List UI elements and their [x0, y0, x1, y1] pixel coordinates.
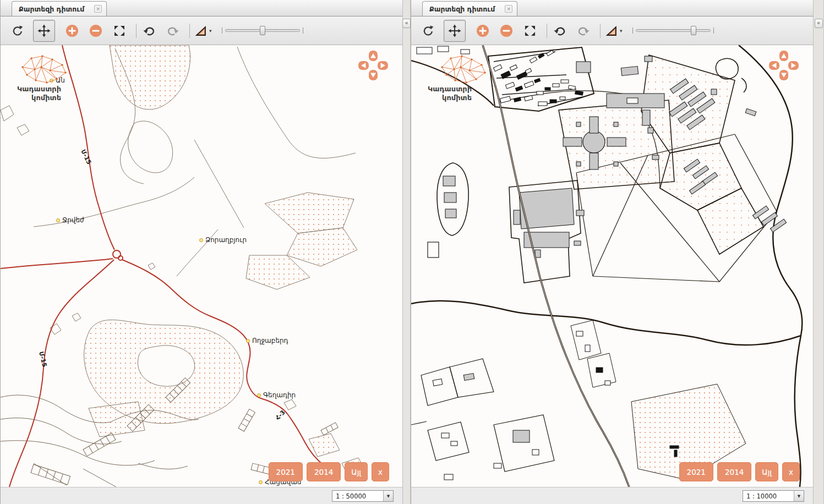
logo-mesh-icon: [435, 51, 486, 86]
scale-select[interactable]: 1 : 10000 ▼: [743, 490, 804, 502]
flag-icon: [605, 24, 618, 37]
full-extent-icon: [523, 24, 537, 37]
zoom-slider-track[interactable]: [636, 29, 711, 32]
scale-value: 1 : 50000: [332, 492, 383, 500]
select-arrow-icon[interactable]: ▼: [383, 491, 393, 501]
year-2021-button[interactable]: 2021: [679, 462, 713, 481]
zoom-in-button[interactable]: [474, 23, 491, 39]
cadastral-map-drawing: [411, 45, 813, 487]
collapse-panel-button[interactable]: «: [815, 19, 823, 28]
toolbar-separator: [136, 24, 137, 38]
compass-dpad[interactable]: [768, 50, 800, 81]
cadastre-logo: Կադաստրի կոմիտե: [417, 51, 478, 103]
year-2014-button[interactable]: 2014: [307, 462, 341, 481]
settlement-marker-icon: [259, 480, 263, 484]
settlement-label: Գեղադիր: [257, 391, 296, 399]
slider-tick: [713, 28, 714, 34]
pan-button[interactable]: [33, 20, 55, 42]
zoom-out-icon: [89, 24, 103, 38]
close-tab-icon[interactable]: ×: [94, 5, 102, 13]
settlement-label: Ձորաղբյուր: [199, 236, 247, 244]
undo-button[interactable]: [552, 23, 568, 39]
measure-tool-button[interactable]: ▾: [605, 24, 623, 37]
pan-icon: [37, 24, 51, 37]
compass-dpad[interactable]: [357, 50, 389, 81]
slider-tick: [632, 28, 633, 34]
refresh-icon: [11, 24, 24, 37]
scale-value: 1 : 10000: [743, 492, 794, 500]
zoom-out-button[interactable]: [498, 23, 515, 39]
full-extent-icon: [113, 24, 126, 37]
cadastre-logo: Կադաստրի կոմիտե: [6, 51, 68, 103]
other-layer-button[interactable]: Այլ: [755, 462, 778, 481]
road-label: Մ-15: [79, 149, 92, 166]
measure-tool-button[interactable]: ▾: [194, 24, 212, 37]
refresh-icon: [422, 24, 435, 37]
toolbar-separator: [189, 24, 190, 38]
layer-year-buttons: 2021 2014 Այլ x: [679, 462, 800, 481]
other-layer-button[interactable]: Այլ: [345, 462, 368, 481]
settlement-marker-icon: [56, 218, 60, 222]
full-extent-button[interactable]: [522, 23, 538, 39]
select-arrow-icon[interactable]: ▼: [794, 491, 804, 501]
redo-button[interactable]: [575, 23, 592, 39]
map-canvas-left[interactable]: Մ-15 Մ-15 Հ-3 Ան Ջրվեժ Ձորաղբյուր Ողջաբե…: [1, 45, 402, 487]
zoom-slider-handle[interactable]: [260, 26, 265, 35]
zoom-in-button[interactable]: [64, 23, 80, 39]
slider-tick: [303, 28, 303, 34]
settlement-marker-icon: [246, 339, 250, 343]
undo-icon: [553, 24, 566, 37]
close-layers-button[interactable]: x: [372, 462, 389, 481]
close-layers-button[interactable]: x: [782, 462, 800, 481]
tab-title: Քարտեզի դիտում: [19, 5, 84, 13]
zoom-slider-handle[interactable]: [691, 26, 696, 35]
tab-map-view[interactable]: Քարտեզի դիտում ×: [12, 1, 107, 16]
refresh-button[interactable]: [9, 23, 26, 39]
panel-splitter: «: [402, 0, 411, 504]
zoom-in-icon: [476, 24, 490, 38]
redo-button[interactable]: [165, 23, 181, 39]
road-label: Մ-15: [37, 351, 48, 368]
tool-caret-icon[interactable]: ▾: [620, 28, 623, 34]
tab-map-view[interactable]: Քարտեզի դիտում ×: [422, 1, 517, 16]
zoom-out-button[interactable]: [88, 23, 104, 39]
tool-caret-icon[interactable]: ▾: [209, 28, 212, 34]
toolbar: ▾: [1, 17, 402, 45]
settlement-label: Ողջաբերդ: [246, 337, 288, 344]
close-tab-icon[interactable]: ×: [505, 5, 512, 13]
refresh-button[interactable]: [420, 23, 436, 39]
redo-icon: [577, 24, 590, 37]
zoom-out-icon: [499, 24, 514, 38]
pan-icon: [448, 24, 461, 37]
zoom-in-icon: [65, 24, 79, 38]
tab-title: Քարտեզի դիտում: [429, 5, 495, 13]
collapse-panel-button[interactable]: «: [402, 19, 411, 28]
zoom-slider[interactable]: [222, 26, 303, 35]
toolbar: ▾: [411, 17, 813, 45]
status-bar: 1 : 50000 ▼: [1, 487, 402, 504]
settlement-marker-icon: [199, 238, 203, 242]
map-canvas-right[interactable]: Կադաստրի կոմիտե 2021 2014 Այլ x: [411, 45, 813, 487]
map-viewer-app: Քարտեզի դիտում ×: [0, 0, 824, 504]
map-panel-left: Քարտեզի դիտում ×: [0, 0, 402, 504]
full-extent-button[interactable]: [111, 23, 128, 39]
topo-map-drawing: Մ-15 Մ-15 Հ-3: [1, 45, 402, 487]
year-2014-button[interactable]: 2014: [717, 462, 751, 481]
toolbar-separator: [547, 24, 547, 38]
scale-select[interactable]: 1 : 50000 ▼: [332, 490, 394, 502]
slider-tick: [222, 28, 222, 34]
logo-text: Կադաստրի կոմիտե: [417, 85, 472, 103]
flag-icon: [194, 24, 208, 37]
panel-splitter: «: [813, 0, 824, 504]
undo-button[interactable]: [141, 23, 157, 39]
layer-year-buttons: 2021 2014 Այլ x: [269, 462, 389, 481]
toolbar-separator: [600, 24, 601, 38]
pan-button[interactable]: [444, 20, 466, 42]
redo-icon: [166, 24, 179, 37]
tab-bar: Քարտեզի դիտում ×: [1, 0, 402, 17]
tab-bar: Քարտեզի դիտում ×: [411, 0, 813, 17]
zoom-slider[interactable]: [632, 26, 714, 35]
logo-mesh-icon: [16, 51, 67, 86]
logo-text: Կադաստրի կոմիտե: [6, 85, 61, 103]
year-2021-button[interactable]: 2021: [269, 462, 303, 481]
